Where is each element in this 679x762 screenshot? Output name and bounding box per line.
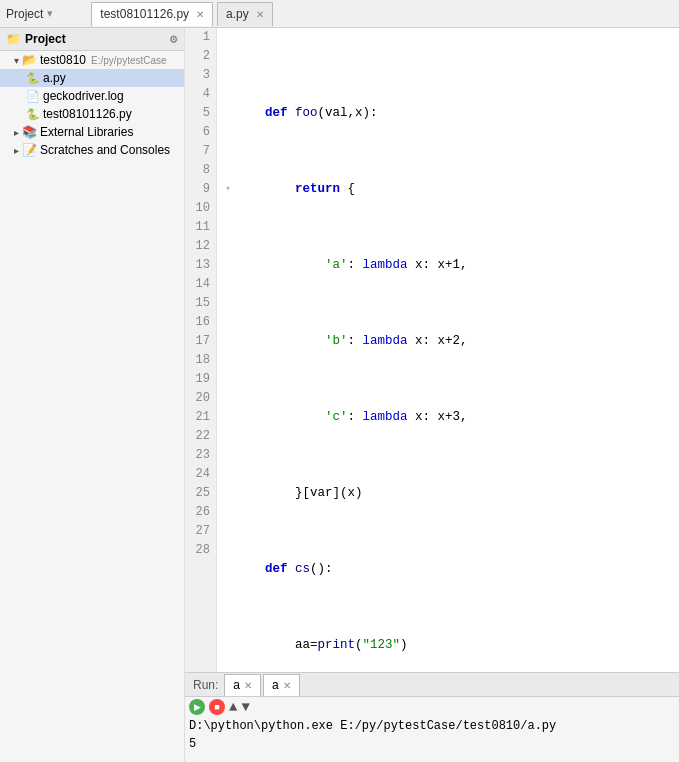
ln-18: 18 [191,351,210,370]
geckodriver-label: geckodriver.log [43,89,124,103]
ext-libs-icon: 📚 [22,125,37,139]
bottom-tabs: Run: a ✕ a ✕ [185,673,679,697]
ln-25: 25 [191,484,210,503]
sidebar-item-geckodriver[interactable]: 📄 geckodriver.log [0,87,184,105]
test-file-label: test08101126.py [43,107,132,121]
bottom-tab1-label: a [233,678,240,692]
ln-24: 24 [191,465,210,484]
ln-10: 10 [191,199,210,218]
code-line-2: ▾ return { [221,180,679,199]
fold-5 [221,408,235,427]
sidebar-header: 📁 Project ⚙ [0,28,184,51]
main-layout: 📁 Project ⚙ ▾ 📂 test0810 E:/py/pytestCas… [0,28,679,762]
scroll-down-button[interactable]: ▼ [241,699,249,715]
a-py-label: a.py [43,71,66,85]
code-line-1: def foo(val,x): [221,104,679,123]
ln-16: 16 [191,313,210,332]
project-arrow: ▾ [47,7,53,20]
sidebar-item-root[interactable]: ▾ 📂 test0810 E:/py/pytestCase [0,51,184,69]
scratches-icon: 📝 [22,143,37,157]
ln-3: 3 [191,66,210,85]
ln-27: 27 [191,522,210,541]
tab2-label: a.py [226,7,249,21]
ln-21: 21 [191,408,210,427]
bottom-tab1-close-icon[interactable]: ✕ [244,680,252,691]
ln-20: 20 [191,389,210,408]
root-path: E:/py/pytestCase [91,55,167,66]
line-numbers: 1 2 3 4 5 6 7 8 9 10 11 12 13 14 15 16 1… [185,28,217,672]
ext-libs-label: External Libraries [40,125,133,139]
result-output: 5 [189,735,675,753]
bottom-tab2-close-icon[interactable]: ✕ [283,680,291,691]
command-output: D:\python\python.exe E:/py/pytestCase/te… [189,717,675,735]
ln-13: 13 [191,256,210,275]
tab1-label: test08101126.py [100,7,189,21]
fold-3 [221,256,235,275]
root-arrow-icon: ▾ [14,55,19,66]
log-icon: 📄 [26,90,40,103]
code-line-7: def cs(): [221,560,679,579]
code-line-5: 'c': lambda x: x+3, [221,408,679,427]
title-bar: Project ▾ test08101126.py ✕ a.py ✕ [0,0,679,28]
run-label: Run: [189,678,222,692]
bottom-panel: Run: a ✕ a ✕ ▶ ■ ▲ ▼ D:\python\python.ex… [185,672,679,762]
root-label: test0810 [40,53,86,67]
fold-7 [221,560,235,579]
ln-12: 12 [191,237,210,256]
tab2-close-icon[interactable]: ✕ [256,9,264,20]
bottom-tab2-label: a [272,678,279,692]
ln-2: 2 [191,47,210,66]
editor-area: 1 2 3 4 5 6 7 8 9 10 11 12 13 14 15 16 1… [185,28,679,762]
code-editor[interactable]: def foo(val,x): ▾ return { 'a': lambda x… [217,28,679,672]
ln-14: 14 [191,275,210,294]
code-line-6: }[var](x) [221,484,679,503]
project-icon: 📁 [6,32,21,46]
scroll-up-button[interactable]: ▲ [229,699,237,715]
fold-1[interactable] [221,104,235,123]
scratches-label: Scratches and Consoles [40,143,170,157]
project-label: Project [6,7,43,21]
run-button[interactable]: ▶ [189,699,205,715]
root-folder-icon: 📂 [22,53,37,67]
ln-9: 9 [191,180,210,199]
run-controls: ▶ ■ ▲ ▼ [189,699,675,715]
fold-6 [221,484,235,503]
sidebar-item-scratches[interactable]: ▸ 📝 Scratches and Consoles [0,141,184,159]
sidebar: 📁 Project ⚙ ▾ 📂 test0810 E:/py/pytestCas… [0,28,185,762]
fold-2[interactable]: ▾ [221,180,235,199]
sidebar-settings-icon[interactable]: ⚙ [169,34,178,45]
sidebar-title: Project [25,32,66,46]
bottom-tab-2[interactable]: a ✕ [263,674,300,696]
stop-button[interactable]: ■ [209,699,225,715]
test-file-icon: 🐍 [26,108,40,121]
bottom-tab-1[interactable]: a ✕ [224,674,261,696]
sidebar-item-test-file[interactable]: 🐍 test08101126.py [0,105,184,123]
code-container[interactable]: 1 2 3 4 5 6 7 8 9 10 11 12 13 14 15 16 1… [185,28,679,672]
ln-11: 11 [191,218,210,237]
ln-23: 23 [191,446,210,465]
bottom-content: ▶ ■ ▲ ▼ D:\python\python.exe E:/py/pytes… [185,697,679,762]
ln-17: 17 [191,332,210,351]
scratches-arrow-icon: ▸ [14,145,19,156]
tab1-close-icon[interactable]: ✕ [196,9,204,20]
ln-15: 15 [191,294,210,313]
fold-8 [221,636,235,655]
ln-7: 7 [191,142,210,161]
code-line-3: 'a': lambda x: x+1, [221,256,679,275]
ln-19: 19 [191,370,210,389]
ln-22: 22 [191,427,210,446]
ln-5: 5 [191,104,210,123]
fold-4 [221,332,235,351]
ln-1: 1 [191,28,210,47]
ln-4: 4 [191,85,210,104]
ln-6: 6 [191,123,210,142]
sidebar-item-a-py[interactable]: 🐍 a.py [0,69,184,87]
code-line-8: aa=print("123") [221,636,679,655]
sidebar-item-ext-libs[interactable]: ▸ 📚 External Libraries [0,123,184,141]
ext-libs-arrow-icon: ▸ [14,127,19,138]
ln-28: 28 [191,541,210,560]
a-py-icon: 🐍 [26,72,40,85]
editor-tab-2[interactable]: a.py ✕ [217,2,273,26]
editor-tab-1[interactable]: test08101126.py ✕ [91,2,213,26]
ln-26: 26 [191,503,210,522]
